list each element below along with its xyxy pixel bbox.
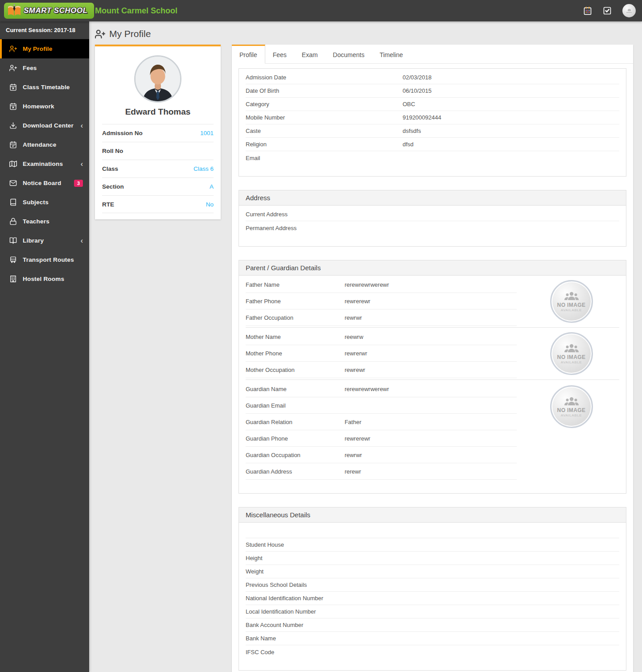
detail-value: OBC [403,101,619,107]
sidebar-item-icon [9,45,17,53]
sidebar-item[interactable]: Download Center ‹ [0,116,89,135]
detail-label: Current Address [246,211,403,218]
tab[interactable]: Timeline [372,45,410,64]
sidebar-item-icon [9,64,17,72]
summary-label: Section [102,183,210,190]
detail-row: Mother Phone rewrerwr [246,345,517,362]
sidebar-item-icon [9,160,17,168]
sidebar-item[interactable]: Library ‹ [0,231,89,250]
detail-label: Bank Name [246,635,403,642]
tasks-check-icon[interactable] [603,6,612,15]
no-image-subtext: AVAILABLE [561,413,582,417]
detail-label: Height [246,555,403,561]
detail-label: Previous School Details [246,581,403,588]
miscellaneous-box: Miscellaneous Details [239,507,626,671]
sidebar-item[interactable]: Hostel Rooms [0,269,89,289]
sidebar-item[interactable]: Class Timetable [0,78,89,97]
detail-label: Permanent Address [246,225,403,231]
top-navbar: SMART SCHOOL Mount Carmel School [0,0,642,21]
summary-value: Class 6 [193,165,214,172]
sidebar-item[interactable]: Transport Routes [0,250,89,269]
no-image-text: NO IMAGE [557,407,586,413]
logo-text: SMART SCHOOL [24,6,88,15]
tab[interactable]: Profile [232,45,265,64]
sidebar-menu: My Profile Fees Class Timetable [0,39,89,289]
tab-label: Profile [239,51,257,58]
tab[interactable]: Exam [294,45,325,64]
chevron-left-icon: ‹ [81,122,83,129]
sidebar-item-label: Class Timetable [23,84,83,91]
sidebar-item-icon [9,218,17,225]
sidebar-item-label: My Profile [23,45,83,52]
detail-label: Guardian Relation [246,419,345,425]
guardian-photo-column: NO IMAGE AVAILABLE [523,276,619,326]
sidebar-item[interactable]: Subjects [0,193,89,212]
sidebar-item[interactable]: Attendance [0,135,89,154]
main-content: My Profile [89,21,642,672]
detail-label: Mother Name [246,334,345,340]
summary-label: Roll No [102,148,214,154]
student-summary-row: Roll No [102,142,214,160]
tab-label: Exam [302,51,318,58]
detail-row: Bank Account Number [246,618,619,632]
chevron-left-icon: ‹ [81,237,83,244]
page-title-row: My Profile [89,21,642,45]
detail-label: Guardian Name [246,386,345,392]
sidebar-item-label: Examinations [23,161,81,167]
detail-label: Religion [246,141,403,148]
detail-value: rerewrewrwerewr [345,386,517,392]
detail-label: Father Name [246,281,345,288]
detail-label: National Identification Number [246,595,403,602]
app-logo[interactable]: SMART SCHOOL [4,3,94,19]
sidebar-item[interactable]: Notice Board 3 [0,173,89,193]
sidebar: Current Session: 2017-18 My Profile Fees [0,21,89,672]
sidebar-item[interactable]: Homework [0,97,89,116]
student-photo [134,55,181,103]
detail-value: rewrwr [345,452,517,458]
student-summary-row: Admission No 1001 [102,124,214,142]
calendar-icon[interactable] [583,6,592,15]
people-group-icon [564,343,580,354]
detail-label: Guardian Phone [246,435,345,442]
notice-count-badge: 3 [74,180,83,187]
detail-row: Mother Occupation rewrewr [246,362,517,378]
guardian-group: Guardian Name rerewrewrwerewr Guardian E… [246,380,619,481]
profile-detail-card: Profile Fees Exam [232,45,633,672]
detail-label: Category [246,101,403,107]
tab[interactable]: Documents [325,45,372,64]
no-image-subtext: AVAILABLE [561,308,582,312]
detail-value: rewrerewr [345,298,517,305]
sidebar-item-label: Homework [23,103,83,110]
detail-row: Father Phone rewrerewr [246,293,517,309]
avatar-placeholder-line [626,12,632,13]
tab[interactable]: Fees [265,45,294,64]
student-summary-table: Admission No 1001 Roll No Class C [95,124,221,213]
detail-label: Mobile Number [246,114,403,121]
sidebar-item-icon [9,103,17,110]
tab-bar-filler [411,45,633,64]
guardian-group: Mother Name reewrw Mother Phone rewrerwr [246,328,619,380]
detail-row: Caste dsfsdfs [246,124,619,138]
detail-value: rewrerwr [345,350,517,357]
detail-value: dsfsdfs [403,128,619,134]
detail-row: National Identification Number [246,592,619,605]
detail-label: Student House [246,541,403,548]
detail-row: Local Identification Number [246,605,619,618]
detail-label: Father Occupation [246,314,345,321]
sidebar-item-label: Subjects [23,199,83,206]
sidebar-item-label: Fees [23,65,83,71]
sidebar-item[interactable]: Examinations ‹ [0,154,89,173]
sidebar-item-label: Hostel Rooms [23,276,83,282]
detail-row: Guardian Name rerewrewrwerewr [246,381,517,397]
sidebar-item[interactable]: Fees [0,58,89,78]
detail-row: Guardian Occupation rewrwr [246,447,517,463]
detail-row: Previous School Details [246,578,619,592]
detail-row [246,525,619,538]
detail-value: 919200092444 [403,114,619,121]
misc-section-title: Miscellaneous Details [239,507,626,523]
sidebar-item[interactable]: My Profile [0,39,89,58]
navbar-actions [583,4,636,17]
sidebar-item[interactable]: Teachers [0,212,89,231]
user-avatar[interactable] [622,4,636,17]
detail-value: rerewrewrwerewr [345,281,517,288]
